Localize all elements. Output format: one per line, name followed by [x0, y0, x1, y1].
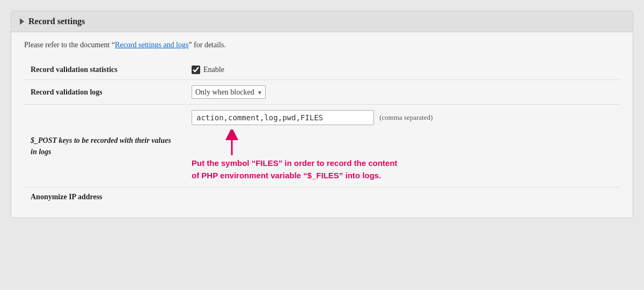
annotation-arrow-icon: [192, 129, 256, 155]
post-keys-input[interactable]: [192, 110, 374, 125]
table-row: Record validation logs Always Only when …: [24, 80, 620, 105]
post-keys-input-wrapper: (comma separated): [192, 110, 433, 125]
panel-body: Please refer to the document “Record set…: [11, 32, 633, 218]
table-row: Record validation statistics Enable: [24, 60, 620, 80]
post-keys-label: $_POST keys to be recorded with their va…: [31, 136, 171, 156]
comma-note: (comma separated): [379, 113, 433, 122]
row-control-post-keys: (comma separated): [185, 105, 620, 187]
panel-header: Record settings: [11, 11, 633, 32]
select-container: Always Only when blocked Never ▼: [192, 85, 266, 99]
row-control-record-validation-logs: Always Only when blocked Never ▼: [185, 80, 620, 105]
table-row: $_POST keys to be recorded with their va…: [24, 105, 620, 187]
settings-table: Record validation statistics Enable Reco…: [24, 60, 620, 207]
table-row: Anonymize IP address: [24, 187, 620, 207]
collapse-icon[interactable]: [20, 18, 24, 25]
annotation-area: Put the symbol “FILES” in order to recor…: [192, 125, 397, 182]
annotation-text: Put the symbol “FILES” in order to recor…: [192, 157, 397, 182]
row-control-record-validation-statistics: Enable: [185, 60, 620, 80]
row-label-post-keys: $_POST keys to be recorded with their va…: [24, 105, 185, 187]
enable-checkbox-label[interactable]: Enable: [192, 66, 613, 74]
validation-logs-select[interactable]: Always Only when blocked Never: [192, 85, 266, 99]
row-label-anonymize-ip: Anonymize IP address: [24, 187, 185, 207]
row-label-record-validation-statistics: Record validation statistics: [24, 60, 185, 80]
enable-label: Enable: [203, 66, 224, 74]
record-settings-link[interactable]: Record settings and logs: [115, 41, 188, 49]
panel-title: Record settings: [28, 17, 85, 26]
input-annotation-container: (comma separated): [192, 110, 613, 182]
info-suffix: ” for details.: [188, 41, 226, 49]
info-row: Please refer to the document “Record set…: [24, 41, 620, 49]
info-prefix: Please refer to the document “: [24, 41, 115, 49]
enable-checkbox[interactable]: [192, 66, 200, 74]
row-label-record-validation-logs: Record validation logs: [24, 80, 185, 105]
row-control-anonymize-ip: [185, 187, 620, 207]
record-settings-panel: Record settings Please refer to the docu…: [11, 11, 633, 218]
